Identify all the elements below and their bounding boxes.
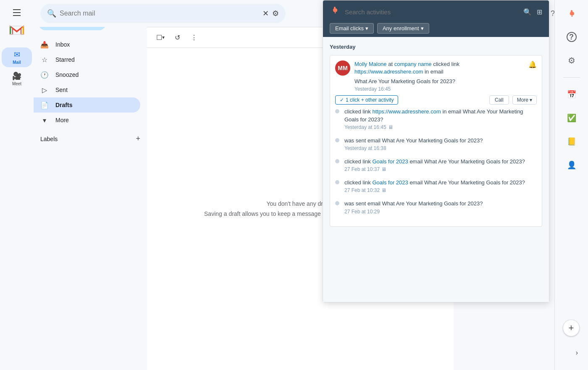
right-calendar-icon-btn[interactable]: 📅 (563, 86, 580, 103)
hs-any-enrollment-tab[interactable]: Any enrollment ▾ (377, 23, 429, 34)
right-contacts-icon-btn[interactable]: 👤 (563, 157, 580, 173)
checkbox-icon: ☐ (156, 34, 162, 42)
hs-expand-row: ✓ 1 click + other activity Call More ▾ (335, 95, 537, 105)
timeline-suffix-4: email What Are Your Marketing Goals for … (410, 179, 525, 186)
refresh-icon: ↺ (175, 34, 180, 42)
hs-email-clicks-dropdown-icon: ▾ (365, 25, 368, 31)
timeline-suffix-3: email What Are Your Marketing Goals for … (410, 158, 525, 165)
nav-item-inbox[interactable]: 📥 Inbox (34, 37, 140, 52)
hs-link-url[interactable]: https://www.adresshere.com (354, 68, 423, 75)
right-keep-icon: 📒 (567, 137, 576, 146)
nav-item-drafts[interactable]: 📄 Drafts (34, 97, 140, 113)
hs-header: 🔍 ⊞ (323, 0, 549, 23)
hs-more-label: More (517, 97, 528, 103)
gmail-sidebar: ✉ Mail 🎥 Meet (0, 0, 34, 370)
hs-search-icon[interactable]: 🔍 (523, 8, 532, 16)
right-tasks-icon-btn[interactable]: ✅ (563, 110, 580, 126)
sidebar-item-mail[interactable]: ✉ Mail (2, 47, 32, 67)
timeline-time-5: 27 Feb at 10:29 (344, 209, 537, 215)
nav-item-more-label: More (55, 117, 69, 123)
hs-expand-button[interactable]: ✓ 1 click + other activity (335, 95, 398, 105)
timeline-text-2: was sent email What Are Your Marketing G… (344, 137, 537, 144)
nav-item-drafts-label: Drafts (55, 102, 72, 108)
monitor-icon-1: 🖥 (388, 124, 393, 130)
timeline-text-5: was sent email What Are Your Marketing G… (344, 200, 537, 207)
timeline-time-4: 27 Feb at 10:32 🖥 (344, 187, 537, 193)
timeline-content-1: clicked link https://www.adresshere.com … (344, 108, 537, 130)
hs-at-text: at (388, 61, 393, 67)
right-help-icon-btn[interactable]: ? (563, 29, 580, 45)
timeline-action-5: was sent email What Are Your Marketing G… (344, 200, 483, 207)
hs-card-header: MM Molly Malone at company name clicked … (335, 60, 537, 76)
timeline-timestamp-2: Yesterday at 16:38 (344, 145, 386, 151)
hs-more-button[interactable]: More ▾ (512, 95, 537, 105)
hs-email-clicks-tab[interactable]: Email clicks ▾ (330, 23, 374, 34)
nav-item-snoozed-label: Snoozed (55, 71, 79, 78)
timeline-item-4: clicked link Goals for 2023 email What A… (335, 179, 537, 193)
timeline-content-3: clicked link Goals for 2023 email What A… (344, 158, 537, 172)
right-help-icon: ? (567, 32, 577, 42)
hs-company-name-link[interactable]: company name (394, 61, 432, 67)
nav-item-sent-label: Sent (55, 87, 68, 93)
inbox-icon: 📥 (40, 41, 49, 49)
starred-icon: ☆ (40, 56, 49, 64)
timeline-link-3[interactable]: Goals for 2023 (372, 158, 408, 165)
labels-section: Labels + (34, 131, 147, 147)
hs-email-clicks-label: Email clicks (335, 25, 364, 31)
timeline-dot-2 (335, 138, 339, 142)
hs-grid-icon[interactable]: ⊞ (537, 8, 542, 16)
timeline-item-1: clicked link https://www.adresshere.com … (335, 108, 537, 130)
right-settings-icon-btn[interactable]: ⚙ (563, 52, 580, 69)
hs-any-enrollment-label: Any enrollment (383, 25, 419, 31)
hs-filter-tabs: Email clicks ▾ Any enrollment ▾ (323, 23, 549, 37)
nav-item-more[interactable]: ▾ More (34, 113, 147, 128)
timeline-time-3: 27 Feb at 10:37 🖥 (344, 166, 537, 172)
hs-email-subject: What Are Your Marketing Goals for 2023? (335, 78, 537, 84)
hamburger-menu[interactable] (8, 4, 25, 21)
refresh-button[interactable]: ↺ (171, 31, 184, 44)
timeline-link-4[interactable]: Goals for 2023 (372, 179, 408, 186)
hs-search-input[interactable] (345, 8, 518, 16)
hs-body: Yesterday MM Molly Malone at company nam… (323, 37, 549, 302)
timeline-item-5: was sent email What Are Your Marketing G… (335, 200, 537, 214)
timeline-link-1[interactable]: https://www.adresshere.com (372, 108, 441, 115)
timeline-content-2: was sent email What Are Your Marketing G… (344, 137, 537, 151)
more-icon: ⋮ (191, 34, 197, 42)
timeline-text-4: clicked link Goals for 2023 email What A… (344, 179, 537, 186)
timeline-item-2: was sent email What Are Your Marketing G… (335, 137, 537, 151)
search-input[interactable] (60, 10, 259, 17)
right-settings-icon: ⚙ (568, 55, 575, 66)
right-hubspot-icon-btn[interactable] (563, 5, 580, 22)
right-contacts-icon: 👤 (567, 160, 576, 170)
right-expand-button[interactable]: › (576, 349, 578, 357)
right-keep-icon-btn[interactable]: 📒 (563, 133, 580, 150)
more-actions-button[interactable]: ⋮ (187, 31, 201, 44)
hs-call-button[interactable]: Call (489, 95, 509, 105)
timeline-item-3: clicked link Goals for 2023 email What A… (335, 158, 537, 172)
timeline-action-1: clicked link (344, 108, 372, 115)
sidebar-item-meet[interactable]: 🎥 Meet (2, 69, 32, 89)
timeline-action-3: clicked link (344, 158, 372, 165)
hs-bell-icon[interactable]: 🔔 (528, 60, 537, 68)
timeline-action-4: clicked link (344, 179, 372, 186)
hs-activity-card: MM Molly Malone at company name clicked … (330, 55, 542, 227)
hubspot-popup: 🔍 ⊞ Email clicks ▾ Any enrollment ▾ Yest… (323, 0, 549, 302)
nav-item-starred[interactable]: ☆ Starred (34, 52, 140, 67)
timeline-timestamp-5: 27 Feb at 10:29 (344, 209, 380, 215)
nav-item-sent[interactable]: ▷ Sent (34, 82, 140, 97)
search-filter-icon[interactable]: ⚙ (272, 9, 279, 18)
timeline-content-4: clicked link Goals for 2023 email What A… (344, 179, 537, 193)
snoozed-icon: 🕐 (40, 71, 49, 79)
hs-contact-avatar: MM (335, 60, 350, 76)
labels-add-button[interactable]: + (136, 134, 140, 143)
right-add-button[interactable]: + (563, 320, 580, 336)
timeline-timestamp-4: 27 Feb at 10:32 (344, 187, 380, 193)
timeline-time-1: Yesterday at 16:45 🖥 (344, 124, 537, 130)
right-panel-divider (563, 77, 580, 78)
select-all-button[interactable]: ☐ ▾ (154, 31, 167, 44)
hs-contact-name-link[interactable]: Molly Malone (354, 61, 387, 67)
hs-in-email-text: in email (425, 68, 444, 75)
nav-item-snoozed[interactable]: 🕐 Snoozed (34, 67, 140, 82)
right-panel: ? ⚙ 📅 ✅ 📒 👤 + › (554, 0, 588, 370)
close-search-icon[interactable]: ✕ (262, 9, 269, 18)
